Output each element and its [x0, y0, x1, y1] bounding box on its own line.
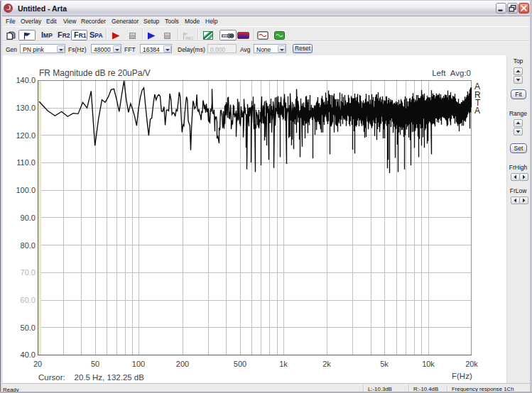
svg-text:20: 20 — [33, 360, 42, 368]
svg-text:110.0: 110.0 — [16, 158, 36, 167]
svg-text:80.0: 80.0 — [21, 241, 36, 250]
svg-text:60.0: 60.0 — [21, 296, 36, 304]
svg-text:40.0: 40.0 — [21, 350, 36, 359]
svg-text:FR Magnitude dB re 20uPa/V: FR Magnitude dB re 20uPa/V — [39, 68, 151, 78]
svg-text:50: 50 — [91, 360, 99, 368]
svg-text:20k: 20k — [465, 360, 478, 368]
svg-text:REC: REC — [185, 36, 193, 40]
svg-text:500: 500 — [234, 360, 246, 368]
svg-text:1k: 1k — [279, 360, 288, 368]
svg-text:140.0: 140.0 — [16, 76, 36, 84]
svg-text:10k: 10k — [422, 360, 435, 368]
svg-text:70.0: 70.0 — [21, 268, 36, 277]
svg-text:50.0: 50.0 — [21, 323, 36, 332]
svg-text:90.0: 90.0 — [21, 214, 36, 222]
svg-text:Left Avg:0: Left Avg:0 — [432, 69, 471, 77]
svg-text:A: A — [474, 106, 480, 116]
svg-text:5k: 5k — [380, 360, 389, 368]
svg-text:Cursor: 20.5 Hz, 132.25 dB: Cursor: 20.5 Hz, 132.25 dB — [38, 373, 144, 382]
svg-text:2k: 2k — [322, 360, 331, 368]
svg-text:F(Hz): F(Hz) — [452, 372, 472, 380]
svg-text:120.0: 120.0 — [16, 131, 36, 140]
svg-text:130.0: 130.0 — [16, 104, 36, 112]
svg-text:200: 200 — [176, 360, 189, 368]
svg-text:100: 100 — [132, 360, 145, 368]
svg-text:100.0: 100.0 — [16, 186, 36, 194]
